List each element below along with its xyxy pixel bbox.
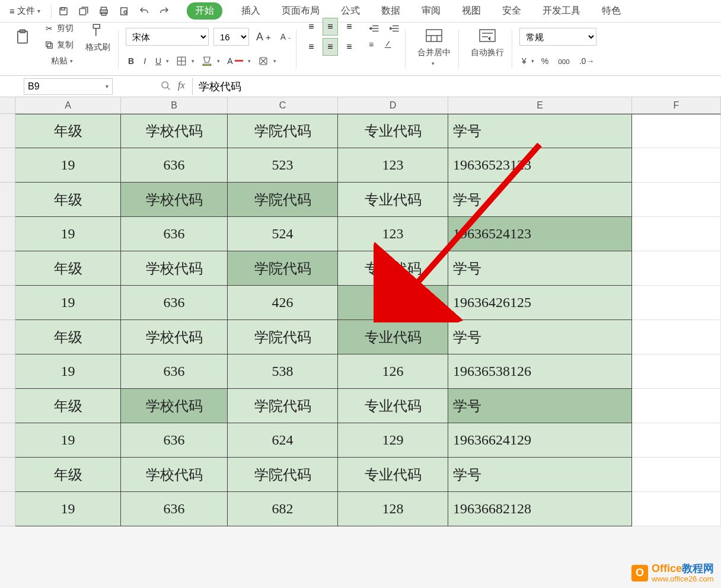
column-header[interactable]: B [121, 97, 228, 114]
cell[interactable]: 19 [15, 492, 121, 526]
column-header[interactable]: E [448, 97, 632, 114]
cell[interactable]: 学号 [448, 251, 632, 286]
paste-button[interactable] [8, 27, 37, 46]
chevron-down-icon[interactable]: ▾ [248, 58, 251, 64]
cell[interactable]: 636 [121, 286, 228, 320]
cell[interactable]: 学号 [448, 114, 632, 148]
cell[interactable]: 19636426125 [448, 286, 632, 320]
align-bottom-center[interactable]: ≡ [323, 38, 338, 56]
cell[interactable]: 636 [121, 354, 228, 389]
cell[interactable]: 学院代码 [228, 114, 338, 148]
percent-button[interactable]: % [539, 55, 551, 67]
file-menu[interactable]: ≡ 文件 ▾ [5, 3, 45, 19]
cancel-icon[interactable] [160, 80, 171, 93]
copy-button[interactable]: 复制 [42, 39, 76, 52]
cell[interactable] [632, 354, 721, 389]
cell[interactable]: 126 [338, 354, 448, 389]
align-bottom-right[interactable]: ≡ [342, 38, 357, 56]
tab-special[interactable]: 特色 [599, 1, 623, 21]
print-icon[interactable] [98, 5, 110, 17]
redo-icon[interactable] [158, 5, 170, 17]
cell[interactable]: 学号 [448, 183, 632, 217]
row-header[interactable] [0, 389, 15, 423]
chevron-down-icon[interactable]: ▾ [531, 58, 534, 64]
row-header[interactable] [0, 251, 15, 286]
cell[interactable]: 年级 [15, 320, 121, 354]
tab-security[interactable]: 安全 [500, 1, 524, 21]
chevron-down-icon[interactable]: ▾ [273, 58, 276, 64]
fx-icon[interactable]: fx [178, 80, 185, 93]
cell[interactable]: 专业代码 [338, 458, 448, 492]
cell[interactable] [632, 114, 721, 148]
cell[interactable] [632, 320, 721, 354]
format-painter-button[interactable]: 格式刷 [81, 21, 115, 53]
cell[interactable]: 636 [121, 492, 228, 526]
row-header[interactable] [0, 320, 15, 354]
column-header[interactable]: D [338, 97, 448, 114]
tab-developer[interactable]: 开发工具 [540, 1, 583, 21]
cell[interactable]: 学院代码 [228, 183, 338, 217]
decrease-font-button[interactable]: A- [278, 31, 293, 43]
cell[interactable]: 学院代码 [228, 251, 338, 286]
column-header[interactable]: F [632, 97, 721, 114]
tab-view[interactable]: 视图 [460, 1, 483, 21]
cell[interactable]: 426 [228, 286, 338, 320]
cell[interactable]: 学校代码 [121, 114, 228, 148]
comma-button[interactable]: 000 [556, 56, 572, 66]
underline-button[interactable]: U [153, 55, 164, 67]
align-top-center[interactable]: ≡ [323, 18, 338, 36]
orientation-button[interactable] [381, 39, 395, 50]
cell[interactable]: 636 [121, 423, 228, 458]
cell[interactable]: 128 [338, 492, 448, 526]
name-box[interactable]: B9 ▾ [24, 78, 113, 95]
font-name-select[interactable]: 宋体 [126, 28, 209, 46]
cell[interactable]: 636 [121, 217, 228, 251]
tab-insert[interactable]: 插入 [239, 1, 263, 21]
cell[interactable]: 19636624129 [448, 423, 632, 458]
save-as-icon[interactable] [78, 5, 90, 17]
row-header[interactable] [0, 286, 15, 320]
cell[interactable]: 19 [15, 148, 121, 183]
chevron-down-icon[interactable]: ▾ [166, 58, 169, 64]
cell[interactable]: 年级 [15, 114, 121, 148]
currency-button[interactable]: ¥ [519, 55, 529, 67]
cell[interactable]: 学校代码 [121, 320, 228, 354]
cell[interactable]: 学校代码 [121, 251, 228, 286]
cell[interactable]: 682 [228, 492, 338, 526]
cell[interactable]: 636 [121, 148, 228, 183]
tab-home[interactable]: 开始 [187, 2, 222, 20]
cell[interactable]: 专业代码 [338, 320, 448, 354]
cell[interactable]: 年级 [15, 183, 121, 217]
chevron-down-icon[interactable]: ▾ [217, 58, 220, 64]
merge-center-button[interactable]: 合并居中▾ [413, 26, 455, 66]
cell[interactable]: 学校代码 [121, 183, 228, 217]
cell[interactable]: 19636523123 [448, 148, 632, 183]
cell[interactable]: 524 [228, 217, 338, 251]
cell[interactable]: 学校代码 [121, 389, 228, 423]
row-header[interactable] [0, 423, 15, 458]
cell[interactable]: 19 [15, 217, 121, 251]
tab-data[interactable]: 数据 [379, 1, 403, 21]
decrease-indent-button[interactable] [366, 23, 382, 34]
cell[interactable]: 129 [338, 423, 448, 458]
row-header[interactable] [0, 114, 15, 148]
row-header[interactable] [0, 217, 15, 251]
clear-format-button[interactable] [256, 55, 271, 68]
cell[interactable]: 523 [228, 148, 338, 183]
font-size-select[interactable]: 16 [213, 28, 249, 46]
fill-color-button[interactable] [199, 55, 215, 68]
cell[interactable] [632, 423, 721, 458]
cell[interactable]: 19636538126 [448, 354, 632, 389]
column-header[interactable]: C [228, 97, 338, 114]
increase-decimal-button[interactable]: .0→ [577, 55, 597, 67]
cell[interactable]: 19636682128 [448, 492, 632, 526]
cell[interactable]: 19 [15, 354, 121, 389]
cell[interactable] [632, 286, 721, 320]
save-icon[interactable] [58, 5, 69, 17]
cell[interactable]: 专业代码 [338, 389, 448, 423]
cell[interactable] [632, 183, 721, 217]
cell[interactable] [632, 217, 721, 251]
align-top-left[interactable]: ≡ [304, 18, 319, 36]
cell[interactable]: 年级 [15, 458, 121, 492]
cell[interactable]: 学校代码 [121, 458, 228, 492]
